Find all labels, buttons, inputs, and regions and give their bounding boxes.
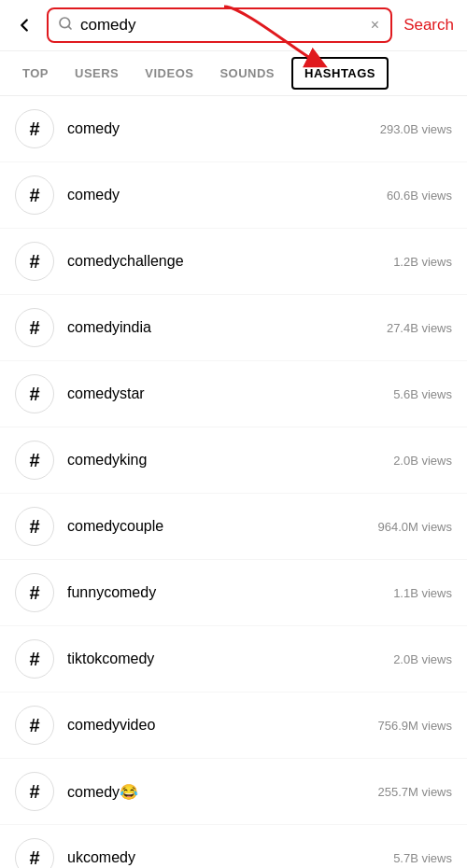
hashtag-item[interactable]: # comedy 293.0B views [0, 96, 467, 162]
hashtag-icon: # [15, 772, 54, 811]
tab-top[interactable]: TOP [9, 55, 62, 91]
tab-sounds[interactable]: SOUNDS [206, 55, 288, 91]
hashtag-views: 5.7B views [393, 851, 452, 865]
hashtag-name: comedyvideo [67, 717, 378, 734]
hashtag-name: comedy [67, 120, 380, 137]
back-button[interactable] [9, 10, 39, 40]
hashtag-name: comedy😂 [67, 783, 378, 801]
hashtag-name: comedyking [67, 452, 393, 469]
hashtag-icon: # [15, 175, 54, 215]
hashtag-item[interactable]: # comedystar 5.6B views [0, 361, 467, 427]
hashtag-item[interactable]: # ukcomedy 5.7B views [0, 825, 467, 868]
hashtag-item[interactable]: # funnycomedy 1.1B views [0, 560, 467, 626]
hashtag-item[interactable]: # comedyvideo 756.9M views [0, 693, 467, 759]
search-box: × [47, 7, 392, 43]
hashtag-name: comedychallenge [67, 253, 393, 270]
hashtag-item[interactable]: # comedy😂 255.7M views [0, 759, 467, 825]
hashtag-name: comedystar [67, 385, 393, 402]
hashtag-name: comedy [67, 187, 387, 203]
hashtag-views: 2.0B views [393, 652, 452, 666]
hashtag-icon: # [15, 441, 54, 480]
svg-line-1 [68, 26, 71, 29]
clear-button[interactable]: × [369, 15, 381, 35]
hashtag-icon: # [15, 308, 54, 347]
search-button[interactable]: Search [400, 16, 458, 35]
hashtag-name: funnycomedy [67, 584, 393, 601]
hashtag-icon: # [15, 507, 54, 546]
tab-hashtags[interactable]: HASHTAGS [291, 57, 389, 90]
hashtag-views: 27.4B views [387, 321, 452, 335]
hashtag-views: 255.7M views [378, 785, 452, 799]
hashtag-views: 60.6B views [387, 189, 452, 203]
hashtag-views: 1.1B views [393, 586, 452, 600]
hashtag-icon: # [15, 242, 54, 281]
search-icon [58, 16, 73, 35]
search-input[interactable] [80, 16, 361, 35]
hashtag-icon: # [15, 374, 54, 413]
hashtag-icon: # [15, 639, 54, 679]
header: × Search [0, 0, 467, 51]
hashtag-views: 5.6B views [393, 387, 452, 401]
hashtag-name: tiktokcomedy [67, 651, 393, 667]
hashtag-item[interactable]: # comedy 60.6B views [0, 162, 467, 229]
hashtag-views: 756.9M views [378, 719, 452, 733]
tab-videos[interactable]: VIDEOS [132, 55, 206, 91]
hashtag-views: 293.0B views [380, 122, 452, 136]
hashtag-item[interactable]: # comedycouple 964.0M views [0, 494, 467, 560]
hashtag-views: 1.2B views [393, 255, 452, 269]
hashtag-icon: # [15, 838, 54, 868]
hashtag-list: # comedy 293.0B views # comedy 60.6B vie… [0, 96, 467, 868]
hashtag-item[interactable]: # comedyking 2.0B views [0, 427, 467, 494]
hashtag-name: ukcomedy [67, 849, 393, 866]
hashtag-views: 964.0M views [378, 520, 452, 534]
hashtag-views: 2.0B views [393, 454, 452, 468]
hashtag-icon: # [15, 706, 54, 745]
hashtag-item[interactable]: # tiktokcomedy 2.0B views [0, 626, 467, 693]
tabs-bar: TOP USERS VIDEOS SOUNDS HASHTAGS [0, 51, 467, 96]
hashtag-icon: # [15, 573, 54, 612]
hashtag-name: comedycouple [67, 518, 378, 535]
hashtag-item[interactable]: # comedychallenge 1.2B views [0, 229, 467, 295]
tab-users[interactable]: USERS [62, 55, 132, 91]
hashtag-name: comedyindia [67, 319, 387, 336]
hashtag-icon: # [15, 109, 54, 148]
hashtag-item[interactable]: # comedyindia 27.4B views [0, 295, 467, 361]
